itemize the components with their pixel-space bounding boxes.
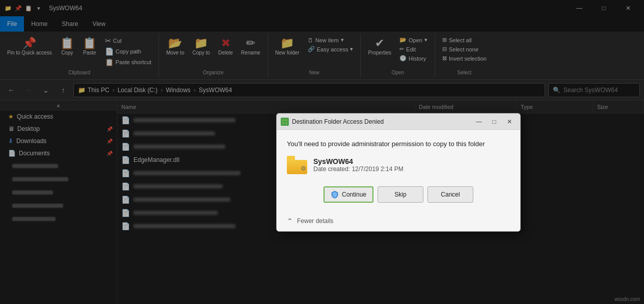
continue-button[interactable]: Continue [324, 186, 373, 203]
dialog-folder-info: ⚙ SysWOW64 Date created: 12/7/2019 2:14 … [287, 156, 510, 174]
folder-info-text: SysWOW64 Date created: 12/7/2019 2:14 PM [313, 157, 404, 173]
continue-label: Continue [342, 191, 366, 198]
access-denied-dialog: Destination Folder Access Denied — □ ✕ Y… [276, 113, 521, 232]
watermark: wsxdn.com [614, 296, 640, 302]
svg-rect-0 [282, 119, 284, 121]
svg-rect-3 [285, 122, 287, 124]
shield-uac-icon [331, 190, 339, 199]
folder-tab [287, 156, 295, 160]
fewer-details-chevron-icon: ⌃ [287, 217, 293, 225]
folder-date: Date created: 12/7/2019 2:14 PM [313, 165, 404, 173]
dialog-title: Destination Folder Access Denied [292, 118, 384, 125]
cancel-button[interactable]: Cancel [427, 186, 473, 203]
dialog-overlay: Destination Folder Access Denied — □ ✕ Y… [0, 0, 644, 304]
folder-body: ⚙ [287, 160, 307, 174]
dialog-footer[interactable]: ⌃ Fewer details [277, 213, 520, 231]
cancel-label: Cancel [441, 191, 460, 198]
svg-rect-1 [285, 119, 287, 121]
dialog-buttons: Continue Skip Cancel [287, 186, 510, 203]
folder-big-icon: ⚙ [287, 156, 307, 174]
dialog-controls: — □ ✕ [472, 117, 516, 127]
folder-name: SysWOW64 [313, 157, 404, 165]
dialog-maximize-button[interactable]: □ [488, 117, 501, 127]
fewer-details-label: Fewer details [297, 217, 333, 225]
dialog-titlebar: Destination Folder Access Denied — □ ✕ [277, 114, 520, 130]
svg-rect-2 [282, 122, 284, 124]
skip-button[interactable]: Skip [378, 186, 423, 203]
watermark-text: wsxdn.com [614, 296, 640, 302]
skip-label: Skip [394, 191, 406, 198]
gear-icon: ⚙ [301, 165, 306, 172]
dialog-message: You'll need to provide administrator per… [287, 140, 510, 148]
dialog-title-icon [281, 118, 289, 126]
dialog-body: You'll need to provide administrator per… [277, 130, 520, 213]
dialog-minimize-button[interactable]: — [472, 117, 486, 127]
dialog-close-button[interactable]: ✕ [503, 117, 516, 127]
